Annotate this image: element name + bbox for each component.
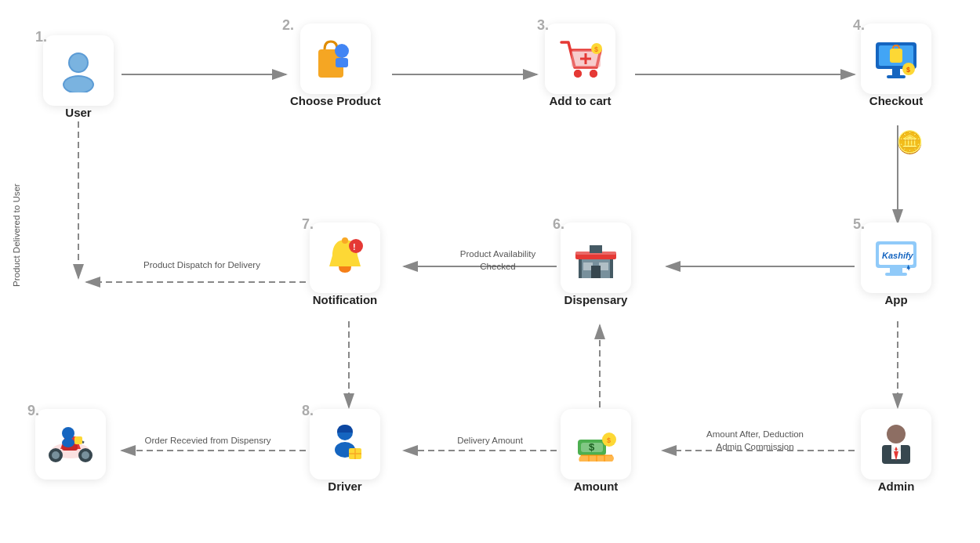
svg-rect-22: [336, 58, 348, 67]
node-admin: Admin: [861, 409, 931, 493]
node-app-label: App: [884, 293, 907, 306]
node-notification-label: Notification: [313, 293, 378, 306]
svg-point-54: [349, 239, 363, 253]
node-app-number: 5.: [853, 216, 865, 233]
svg-point-68: [62, 438, 74, 447]
node-user-icon: [43, 35, 114, 106]
node-checkout-number: 4.: [853, 17, 865, 34]
node-delivery-icon: [35, 409, 106, 480]
svg-rect-70: [74, 436, 82, 444]
svg-rect-52: [590, 245, 602, 253]
svg-point-29: [590, 70, 597, 78]
svg-text:$: $: [589, 441, 595, 453]
node-driver: 8. Driver: [310, 409, 380, 493]
node-user-number: 1.: [35, 29, 47, 45]
node-app-icon: Kashify: [861, 223, 931, 293]
svg-text:$: $: [607, 436, 611, 444]
svg-rect-50: [591, 266, 601, 278]
node-admin-label: Admin: [878, 480, 915, 493]
node-app: 5. Kashify App: [861, 223, 931, 306]
svg-point-28: [574, 70, 582, 78]
svg-point-65: [82, 451, 89, 459]
node-choose-product-number: 2.: [282, 17, 294, 34]
node-user: 1. User: [43, 35, 114, 119]
diagram: 1. User 2.: [0, 0, 980, 543]
svg-point-19: [64, 77, 93, 92]
label-admin-commission: Amount After, DeductionAdmin Commission: [681, 428, 829, 453]
node-checkout: 4. $ Checkout: [861, 24, 931, 107]
svg-rect-43: [885, 273, 907, 276]
svg-point-18: [70, 54, 87, 71]
svg-text:$: $: [594, 45, 598, 53]
svg-point-67: [62, 427, 74, 440]
svg-point-53: [342, 237, 348, 244]
node-checkout-icon: $: [861, 24, 931, 94]
svg-point-63: [52, 451, 60, 459]
node-choose-product-label: Choose Product: [290, 94, 381, 107]
label-delivery-amount: Delivery Amount: [435, 434, 545, 447]
svg-text:Kashify: Kashify: [882, 251, 914, 260]
node-dispensary: 6. Dispe: [561, 223, 631, 306]
node-notification-number: 7.: [302, 216, 314, 233]
node-add-to-cart-icon: $: [545, 24, 615, 94]
label-product-delivered: Product Delivered to User: [12, 157, 21, 313]
label-product-dispatch: Product Dispatch for Delivery: [125, 259, 278, 271]
node-dispensary-number: 6.: [553, 216, 564, 233]
node-amount: $ $ Amount: [561, 409, 631, 493]
node-checkout-label: Checkout: [869, 94, 923, 107]
node-delivery-number: 9.: [27, 403, 39, 419]
node-choose-product: 2. Choose Product: [290, 24, 381, 107]
label-order-received: Order Recevied from Dispensry: [129, 434, 286, 447]
node-add-to-cart-label: Add to cart: [549, 94, 611, 107]
node-choose-product-icon: [300, 24, 371, 94]
svg-rect-35: [887, 75, 906, 78]
node-admin-icon: [861, 409, 931, 480]
svg-rect-36: [890, 49, 902, 63]
svg-text:!: !: [353, 242, 356, 252]
node-amount-label: Amount: [574, 480, 619, 493]
svg-point-21: [335, 44, 349, 58]
node-driver-number: 8.: [302, 403, 314, 419]
node-delivery: 9.: [35, 409, 106, 480]
svg-text:$: $: [906, 66, 910, 74]
node-driver-icon: [310, 409, 380, 480]
node-dispensary-label: Dispensary: [564, 293, 628, 306]
svg-rect-34: [892, 69, 900, 75]
node-amount-icon: $ $: [561, 409, 631, 480]
node-dispensary-icon: [561, 223, 631, 293]
node-user-label: User: [65, 106, 91, 119]
svg-point-79: [887, 425, 906, 443]
node-add-to-cart-number: 3.: [537, 17, 549, 34]
node-add-to-cart: 3. $ Add: [545, 24, 615, 107]
svg-rect-42: [890, 268, 902, 273]
label-product-availability: Product AvailabilityChecked: [447, 248, 549, 273]
node-notification: 7. ! Notification: [310, 223, 380, 306]
coins-icon: 🪙: [896, 129, 924, 155]
node-driver-label: Driver: [328, 480, 361, 493]
node-notification-icon: !: [310, 223, 380, 293]
